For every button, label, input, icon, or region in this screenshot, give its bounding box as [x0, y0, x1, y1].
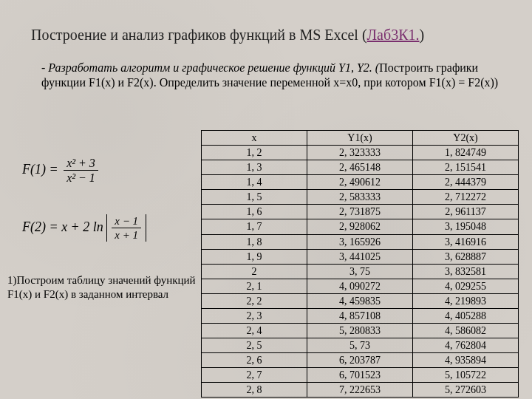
- table-cell: 4, 459835: [307, 293, 413, 308]
- f2-abs: x − 1 x + 1: [106, 214, 146, 242]
- table-cell: 2, 4: [202, 324, 307, 338]
- table-row: 1, 42, 4906122, 444379: [202, 175, 519, 190]
- table-row: 1, 93, 4410253, 628887: [202, 249, 519, 264]
- table-header-row: x Y1(x) Y2(x): [202, 131, 519, 146]
- table-cell: 1, 3: [202, 160, 307, 175]
- table-cell: 2, 465148: [307, 160, 413, 175]
- table-cell: 4, 090272: [307, 279, 413, 293]
- table-row: 1, 72, 9280623, 195048: [202, 219, 519, 234]
- table-cell: 2, 8: [202, 383, 307, 398]
- table-cell: 2, 583333: [307, 190, 413, 205]
- table-cell: 1, 8: [202, 234, 307, 249]
- table-cell: 3, 416916: [413, 234, 519, 249]
- table-cell: 1, 5: [202, 190, 307, 205]
- table-cell: 3, 832581: [413, 264, 519, 279]
- values-table-wrapper: x Y1(x) Y2(x) 1, 22, 3233331, 8247491, 3…: [201, 130, 519, 398]
- f2-denominator: x + 1: [112, 228, 141, 242]
- table-cell: 5, 105722: [413, 368, 519, 383]
- lab-link[interactable]: Лаб3К1.: [367, 27, 420, 43]
- table-cell: 5, 272603: [413, 383, 519, 398]
- table-row: 2, 34, 8571084, 405288: [202, 308, 519, 323]
- table-row: 1, 52, 5833332, 712272: [202, 190, 519, 205]
- values-table: x Y1(x) Y2(x) 1, 22, 3233331, 8247491, 3…: [201, 130, 519, 398]
- table-cell: 1, 9: [202, 249, 307, 264]
- table-row: 2, 45, 2808334, 586082: [202, 324, 519, 338]
- f1-fraction: x² + 3 x² − 1: [64, 156, 98, 185]
- table-cell: 2, 490612: [307, 175, 413, 190]
- table-row: 2, 76, 7015235, 105722: [202, 368, 519, 383]
- task-description: - Разработать алгоритм и графическое реш…: [41, 61, 510, 90]
- table-cell: 4, 935894: [413, 353, 519, 368]
- table-row: 2, 66, 2037874, 935894: [202, 353, 519, 368]
- table-cell: 2, 731875: [307, 205, 413, 219]
- table-cell: 2, 961137: [413, 205, 519, 219]
- col-header-x: x: [202, 131, 307, 146]
- table-cell: 2, 928062: [307, 219, 413, 234]
- table-cell: 7, 222653: [307, 383, 413, 398]
- step-1-text: 1)Построим таблицу значений функций F1(x…: [7, 273, 196, 301]
- table-cell: 4, 586082: [413, 324, 519, 338]
- table-cell: 3, 75: [307, 264, 413, 279]
- table-cell: 2: [202, 264, 307, 279]
- table-cell: 5, 280833: [307, 324, 413, 338]
- table-row: 1, 83, 1659263, 416916: [202, 234, 519, 249]
- table-cell: 1, 7: [202, 219, 307, 234]
- f1-numerator: x² + 3: [64, 156, 98, 171]
- table-cell: 2, 6: [202, 353, 307, 368]
- table-cell: 1, 4: [202, 175, 307, 190]
- table-cell: 2, 712272: [413, 190, 519, 205]
- f1-label: F(1) =: [22, 162, 61, 177]
- title-suffix: ): [420, 27, 425, 43]
- col-header-y2: Y2(x): [413, 131, 519, 146]
- table-cell: 4, 219893: [413, 293, 519, 308]
- table-row: 1, 62, 7318752, 961137: [202, 205, 519, 219]
- formula-f1: F(1) = x² + 3 x² − 1: [22, 156, 192, 185]
- table-cell: 4, 762804: [413, 338, 519, 353]
- table-cell: 2, 444379: [413, 175, 519, 190]
- table-cell: 5, 73: [307, 338, 413, 353]
- f2-fraction: x − 1 x + 1: [112, 214, 141, 242]
- table-cell: 4, 405288: [413, 308, 519, 323]
- table-cell: 4, 029255: [413, 279, 519, 293]
- table-cell: 1, 2: [202, 146, 307, 160]
- table-row: 2, 14, 0902724, 029255: [202, 279, 519, 293]
- task-italic: - Разработать алгоритм и графическое реш…: [41, 61, 379, 74]
- table-cell: 2, 1: [202, 279, 307, 293]
- f1-denominator: x² − 1: [64, 171, 98, 185]
- title-prefix: Построение и анализ графиков функций в M…: [31, 27, 367, 43]
- col-header-y1: Y1(x): [307, 131, 413, 146]
- table-cell: 2, 5: [202, 338, 307, 353]
- formula-f2: F(2) = x + 2 ln x − 1 x + 1: [22, 214, 192, 242]
- table-row: 2, 24, 4598354, 219893: [202, 293, 519, 308]
- table-row: 2, 55, 734, 762804: [202, 338, 519, 353]
- table-row: 23, 753, 832581: [202, 264, 519, 279]
- page-title: Построение и анализ графиков функций в M…: [31, 27, 510, 44]
- table-cell: 3, 628887: [413, 249, 519, 264]
- table-cell: 2, 2: [202, 293, 307, 308]
- table-cell: 2, 151541: [413, 160, 519, 175]
- formula-block: F(1) = x² + 3 x² − 1 F(2) = x + 2 ln x −…: [22, 137, 192, 271]
- table-row: 1, 22, 3233331, 824749: [202, 146, 519, 160]
- table-cell: 6, 701523: [307, 368, 413, 383]
- table-cell: 4, 857108: [307, 308, 413, 323]
- table-cell: 6, 203787: [307, 353, 413, 368]
- table-cell: 3, 195048: [413, 219, 519, 234]
- table-cell: 2, 323333: [307, 146, 413, 160]
- table-cell: 3, 441025: [307, 249, 413, 264]
- table-cell: 2, 7: [202, 368, 307, 383]
- table-cell: 1, 6: [202, 205, 307, 219]
- table-row: 2, 87, 2226535, 272603: [202, 383, 519, 398]
- table-cell: 1, 824749: [413, 146, 519, 160]
- table-cell: 3, 165926: [307, 234, 413, 249]
- f2-numerator: x − 1: [112, 214, 141, 228]
- f2-label: F(2) = x + 2 ln: [22, 219, 103, 234]
- table-cell: 2, 3: [202, 308, 307, 323]
- table-row: 1, 32, 4651482, 151541: [202, 160, 519, 175]
